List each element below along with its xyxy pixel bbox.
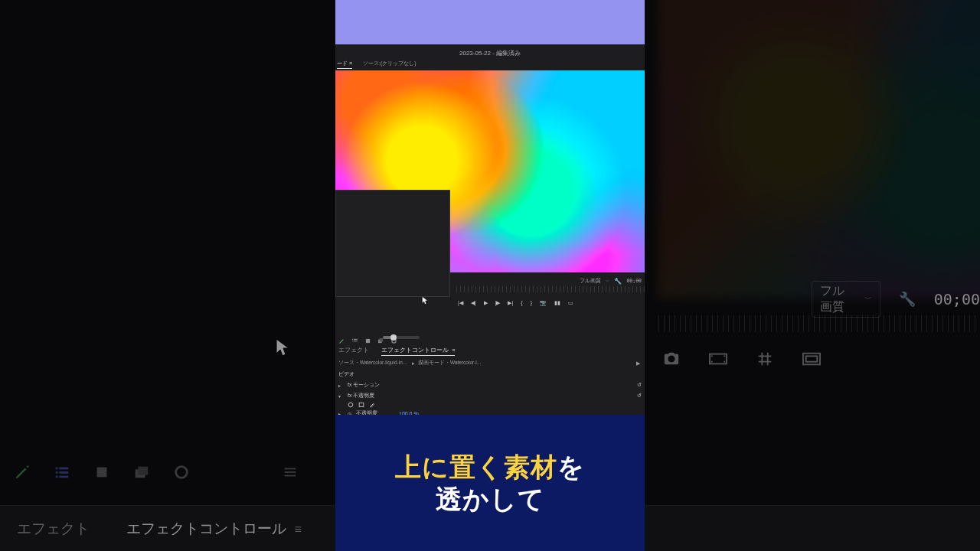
play-button[interactable]: ▶	[484, 300, 488, 305]
svg-rect-29	[359, 403, 364, 407]
svg-rect-4	[724, 361, 725, 363]
bg-tab-effects[interactable]: エフェクト	[17, 519, 90, 539]
svg-rect-1	[711, 355, 713, 357]
ec-section-video: ビデオ	[337, 369, 643, 380]
go-to-out-button[interactable]: ▶|	[508, 300, 513, 305]
background-color-bleed	[658, 0, 980, 298]
bg-tab-effect-controls[interactable]: エフェクトコントロール ≡	[126, 519, 300, 539]
slider-knob-icon[interactable]	[390, 334, 397, 341]
hash-grid-icon[interactable]	[756, 350, 773, 370]
go-to-in-button[interactable]: |◀	[458, 300, 463, 305]
filmstrip-icon[interactable]	[707, 350, 729, 370]
tab-effect-controls[interactable]: エフェクトコントロール ≡	[381, 347, 455, 356]
pen-mask-icon[interactable]	[369, 402, 375, 408]
camera-icon[interactable]	[663, 350, 680, 370]
ec-row-motion[interactable]: fx モーション ↺	[337, 380, 643, 390]
monitor-time-ruler[interactable]	[456, 286, 645, 292]
stack-icon[interactable]	[133, 464, 150, 481]
rectangle-mask-icon[interactable]	[358, 402, 364, 408]
transport-controls: |◀ ◀| ▶ |▶ ▶| { } 📷 ▮▮ ▭	[458, 297, 643, 308]
editor-top-tabs: ード ≡ ソース:(クリップなし)	[337, 60, 416, 69]
monitor-quality-bar: フル画質 ﹀ 🔧 00;00	[580, 276, 642, 285]
caption-text: 上に置く素材を 透かして	[395, 451, 585, 516]
svg-rect-7	[56, 468, 58, 470]
svg-rect-26	[380, 338, 384, 342]
preview-overlap-panel	[335, 190, 450, 297]
bg-left-tool-row	[14, 464, 299, 481]
pencil-icon[interactable]	[338, 334, 345, 341]
panel-menu-icon[interactable]: ≡	[452, 347, 455, 353]
svg-rect-3	[724, 355, 725, 357]
svg-rect-22	[352, 341, 353, 341]
ec-crumb-mode[interactable]: 描画モード・Watercolor-l...	[418, 360, 481, 367]
chevron-right-icon: ▸	[412, 360, 415, 367]
effect-controls-panel: ソース・Watercolor-liquid-ink... ▸ 描画モード・Wat…	[337, 360, 643, 415]
chevron-down-icon: ﹀	[606, 279, 609, 283]
safe-margins-icon[interactable]	[801, 350, 822, 370]
step-fwd-button[interactable]: |▶	[495, 300, 501, 305]
caption-band: 上に置く素材を 透かして	[335, 415, 645, 551]
wrench-icon[interactable]: 🔧	[899, 291, 916, 308]
ec-row-opacity[interactable]: fx 不透明度 ↺	[337, 390, 643, 401]
safe-margins-button[interactable]: ▭	[568, 300, 573, 305]
cursor-icon	[276, 338, 291, 358]
cursor-icon	[422, 295, 429, 304]
svg-rect-13	[97, 468, 107, 478]
twirl-icon[interactable]	[338, 383, 343, 387]
ellipse-mask-icon[interactable]	[348, 402, 354, 408]
circle-icon[interactable]	[173, 464, 190, 481]
step-back-button[interactable]: ◀|	[471, 300, 476, 305]
marker-button[interactable]: ▮▮	[554, 300, 560, 305]
bg-monitor-tool-row	[663, 350, 822, 370]
tab-effects[interactable]: エフェクト	[338, 347, 369, 354]
svg-rect-9	[56, 471, 58, 474]
svg-rect-15	[138, 467, 148, 475]
svg-rect-11	[56, 476, 58, 478]
play-head-icon[interactable]: ▶	[636, 360, 640, 367]
square-icon[interactable]	[93, 464, 110, 481]
panel-menu-icon[interactable]: ≡	[295, 523, 300, 536]
svg-rect-20	[352, 339, 353, 340]
chevron-down-icon: ﹀	[864, 294, 872, 305]
ec-motion-label: fx モーション	[348, 381, 380, 389]
reset-icon[interactable]: ↺	[637, 393, 642, 399]
mark-out-button[interactable]: }	[531, 300, 532, 305]
svg-rect-21	[354, 339, 358, 340]
list-icon[interactable]	[54, 464, 70, 481]
bg-quality-select[interactable]: フル画質 ﹀	[812, 281, 880, 318]
bg-quality-label: フル画質	[820, 283, 851, 315]
export-frame-button[interactable]: 📷	[540, 300, 547, 305]
wrench-icon[interactable]: 🔧	[614, 278, 622, 285]
zoom-slider[interactable]	[383, 336, 420, 339]
caption-line2: 透かして	[436, 484, 545, 514]
bg-timecode: 00;00	[934, 290, 980, 308]
ec-breadcrumb: ソース・Watercolor-liquid-ink... ▸ 描画モード・Wat…	[337, 360, 643, 369]
svg-rect-18	[285, 471, 296, 473]
ec-crumb-source[interactable]: ソース・Watercolor-liquid-ink...	[338, 360, 409, 367]
svg-rect-2	[711, 361, 713, 363]
list-icon[interactable]	[351, 334, 358, 341]
project-title: 2023-05-22 - 編集済み	[335, 49, 645, 57]
svg-rect-6	[806, 356, 818, 361]
tab-board[interactable]: ード ≡	[337, 60, 352, 69]
svg-point-28	[348, 403, 353, 407]
pencil-icon[interactable]	[14, 464, 31, 481]
caption-line1-highlight: 上に置く素材	[395, 452, 557, 481]
ec-mask-shape-icons	[337, 402, 643, 408]
monitor-quality-label[interactable]: フル画質	[580, 278, 601, 285]
bg-time-ruler[interactable]	[658, 315, 980, 332]
square-icon[interactable]	[364, 334, 371, 341]
mark-in-button[interactable]: {	[521, 300, 522, 305]
reset-icon[interactable]: ↺	[637, 382, 642, 388]
svg-rect-10	[59, 471, 68, 474]
lower-panel-tabs: エフェクト エフェクトコントロール ≡	[338, 347, 455, 356]
svg-rect-12	[59, 476, 68, 478]
tab-source-none[interactable]: ソース:(クリップなし)	[363, 60, 416, 67]
svg-rect-17	[285, 468, 296, 470]
tab-effect-controls-label: エフェクトコントロール	[381, 347, 449, 354]
svg-rect-19	[285, 475, 296, 477]
twirl-icon[interactable]	[338, 393, 343, 398]
svg-point-16	[176, 467, 188, 478]
bg-playback-quality-bar: フル画質 ﹀ 🔧 00;00	[658, 285, 980, 313]
burger-icon[interactable]	[282, 464, 299, 481]
